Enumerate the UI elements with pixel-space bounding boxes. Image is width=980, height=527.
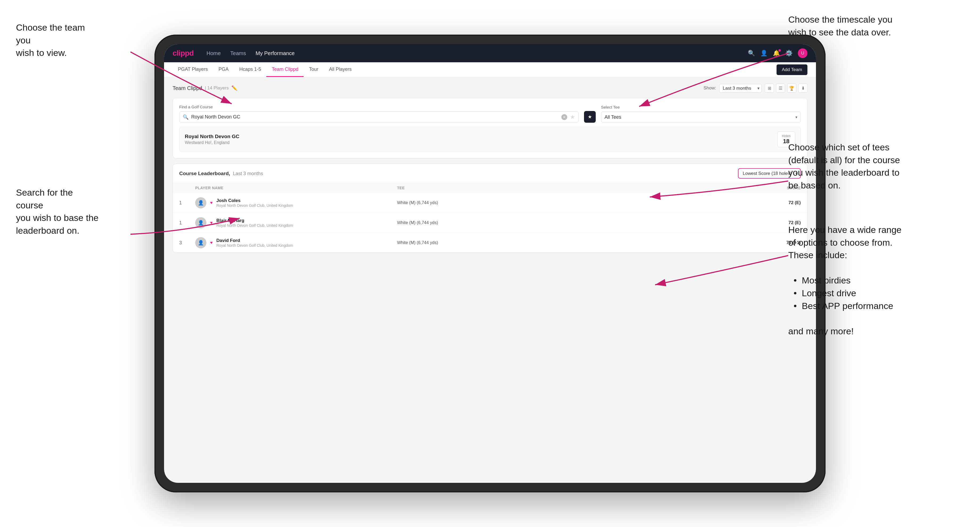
search-field: Find a Golf Course 🔍 ✕ ★ <box>179 105 579 123</box>
settings-icon[interactable]: ⚙️ <box>785 50 792 57</box>
nav-my-performance[interactable]: My Performance <box>256 50 295 56</box>
player-score-1: 72 (E) <box>599 200 801 205</box>
tab-team-clippd[interactable]: Team Clippd <box>266 62 304 77</box>
download-icon[interactable]: ⬇ <box>799 84 807 93</box>
navbar-icons: 🔍 👤 🔔 ⚙️ U <box>748 48 807 58</box>
col-tee: TEE <box>397 186 599 190</box>
tee-select[interactable]: All Tees White (M) Yellow (M) Red (W) <box>605 112 793 122</box>
bell-icon[interactable]: 🔔 <box>773 50 780 57</box>
search-card: Find a Golf Course 🔍 ✕ ★ ★ Select Tee <box>173 98 807 158</box>
annotation-search-course: Search for the courseyou wish to base th… <box>16 186 101 237</box>
player-tee-1: White (M) (6,744 yds) <box>397 200 599 205</box>
player-info-2: 👤 ♥ Blair McHarg Royal North Devon Golf … <box>195 217 397 229</box>
tab-hcaps[interactable]: Hcaps 1-5 <box>234 62 266 77</box>
holes-label: Holes <box>782 134 791 138</box>
nav-teams[interactable]: Teams <box>231 50 246 56</box>
tee-select-wrap: All Tees White (M) Yellow (M) Red (W) ▾ <box>601 111 801 123</box>
course-search-input[interactable] <box>191 111 559 122</box>
annotation-tees: Choose which set of tees(default is all)… <box>788 141 900 192</box>
list-view-icon[interactable]: ☰ <box>776 84 785 93</box>
people-icon[interactable]: 👤 <box>760 50 767 57</box>
find-course-label: Find a Golf Course <box>179 105 579 109</box>
sub-navbar: PGAT Players PGA Hcaps 1-5 Team Clippd T… <box>164 62 816 77</box>
annotation-options: Here you have a wide rangeof options to … <box>788 224 902 338</box>
tab-tour[interactable]: Tour <box>304 62 323 77</box>
sub-nav-tabs: PGAT Players PGA Hcaps 1-5 Team Clippd T… <box>173 62 357 77</box>
player-avatar-1: 👤 <box>195 197 206 208</box>
course-info: Royal North Devon GC Westward Ho!, Engla… <box>185 133 239 145</box>
player-score-3: 73 (+1) <box>599 240 801 245</box>
player-name-1: Josh Coles <box>216 198 293 203</box>
show-select[interactable]: Last 3 months Last 6 months Last 12 mont… <box>719 84 762 93</box>
player-name-wrap-3: David Ford Royal North Devon Golf Club, … <box>216 238 293 248</box>
player-avatar-2: 👤 <box>195 217 206 229</box>
table-row: 3 👤 ♥ David Ford Royal North Devon Golf … <box>173 233 807 252</box>
add-team-button[interactable]: Add Team <box>776 64 807 75</box>
player-heart-2[interactable]: ♥ <box>210 221 213 225</box>
col-score: SCORE <box>599 186 801 190</box>
table-row: 1 👤 ♥ Josh Coles Royal North Devon Golf … <box>173 193 807 213</box>
course-name: Royal North Devon GC <box>185 133 239 140</box>
col-player-name: PLAYER NAME <box>195 186 397 190</box>
player-rank-1: 1 <box>179 200 195 206</box>
team-title: Team Clippd | 14 Players ✏️ <box>173 85 237 91</box>
leaderboard-section: Course Leaderboard, Last 3 months Lowest… <box>173 163 807 253</box>
star-icon[interactable]: ★ <box>570 114 575 121</box>
show-controls: Show: Last 3 months Last 6 months Last 1… <box>703 84 807 93</box>
grid-view-icon[interactable]: ⊞ <box>765 84 774 93</box>
nav-home[interactable]: Home <box>206 50 221 56</box>
player-heart-1[interactable]: ♥ <box>210 200 213 205</box>
player-tee-3: White (M) (6,744 yds) <box>397 240 599 245</box>
col-blank <box>179 186 195 190</box>
player-count: | 14 Players <box>205 86 229 91</box>
player-name-wrap-1: Josh Coles Royal North Devon Golf Club, … <box>216 198 293 208</box>
edit-icon[interactable]: ✏️ <box>231 85 237 91</box>
navbar-nav: Home Teams My Performance <box>206 50 748 56</box>
player-club-3: Royal North Devon Golf Club, United King… <box>216 243 293 248</box>
leaderboard-title: Course Leaderboard, Last 3 months <box>179 171 263 176</box>
tab-all-players[interactable]: All Players <box>324 62 357 77</box>
app-container: clippd Home Teams My Performance 🔍 👤 🔔 ⚙… <box>164 44 816 483</box>
player-heart-3[interactable]: ♥ <box>210 240 213 245</box>
player-club-2: Royal North Devon Golf Club, United King… <box>216 223 293 227</box>
clear-search-icon[interactable]: ✕ <box>562 114 567 120</box>
tee-field: Select Tee All Tees White (M) Yellow (M)… <box>601 105 801 123</box>
table-row: 1 👤 ♥ Blair McHarg Royal North Devon Gol… <box>173 213 807 233</box>
tab-pga[interactable]: PGA <box>213 62 234 77</box>
trophy-icon[interactable]: 🏆 <box>787 84 796 93</box>
player-avatar-3: 👤 <box>195 237 206 248</box>
player-tee-2: White (M) (6,744 yds) <box>397 221 599 225</box>
course-location: Westward Ho!, England <box>185 140 239 145</box>
view-icons: ⊞ ☰ 🏆 ⬇ <box>765 84 807 93</box>
leaderboard-subtitle: Last 3 months <box>233 171 263 176</box>
tee-label: Select Tee <box>601 105 801 110</box>
player-club-1: Royal North Devon Golf Club, United King… <box>216 203 293 208</box>
tee-chevron-icon: ▾ <box>795 115 797 119</box>
team-name: Team Clippd <box>173 85 202 91</box>
main-content: Team Clippd | 14 Players ✏️ Show: Last 3… <box>164 77 816 483</box>
player-score-2: 72 (E) <box>599 220 801 225</box>
annotation-timescale: Choose the timescale youwish to see the … <box>788 13 892 39</box>
brand-logo: clippd <box>173 49 194 57</box>
tab-pgat-players[interactable]: PGAT Players <box>173 62 213 77</box>
search-icon[interactable]: 🔍 <box>748 50 755 57</box>
leaderboard-header: Course Leaderboard, Last 3 months Lowest… <box>173 164 807 183</box>
player-rank-3: 3 <box>179 240 195 246</box>
navbar: clippd Home Teams My Performance 🔍 👤 🔔 ⚙… <box>164 44 816 62</box>
player-info-1: 👤 ♥ Josh Coles Royal North Devon Golf Cl… <box>195 197 397 208</box>
show-label: Show: <box>703 86 716 91</box>
course-result: Royal North Devon GC Westward Ho!, Engla… <box>179 127 801 152</box>
player-rank-2: 1 <box>179 220 195 226</box>
team-header: Team Clippd | 14 Players ✏️ Show: Last 3… <box>173 84 807 93</box>
tablet-screen: clippd Home Teams My Performance 🔍 👤 🔔 ⚙… <box>164 44 816 483</box>
player-info-3: 👤 ♥ David Ford Royal North Devon Golf Cl… <box>195 237 397 248</box>
search-row: Find a Golf Course 🔍 ✕ ★ ★ Select Tee <box>179 105 801 123</box>
tablet-frame: clippd Home Teams My Performance 🔍 👤 🔔 ⚙… <box>154 35 826 492</box>
user-avatar[interactable]: U <box>798 48 807 58</box>
leaderboard-columns: PLAYER NAME TEE SCORE <box>173 183 807 193</box>
search-magnifier-icon: 🔍 <box>183 114 189 120</box>
search-dark-button[interactable]: ★ <box>584 111 596 123</box>
player-name-2: Blair McHarg <box>216 218 293 223</box>
annotation-choose-team: Choose the team youwish to view. <box>16 21 101 59</box>
player-name-wrap-2: Blair McHarg Royal North Devon Golf Club… <box>216 218 293 227</box>
